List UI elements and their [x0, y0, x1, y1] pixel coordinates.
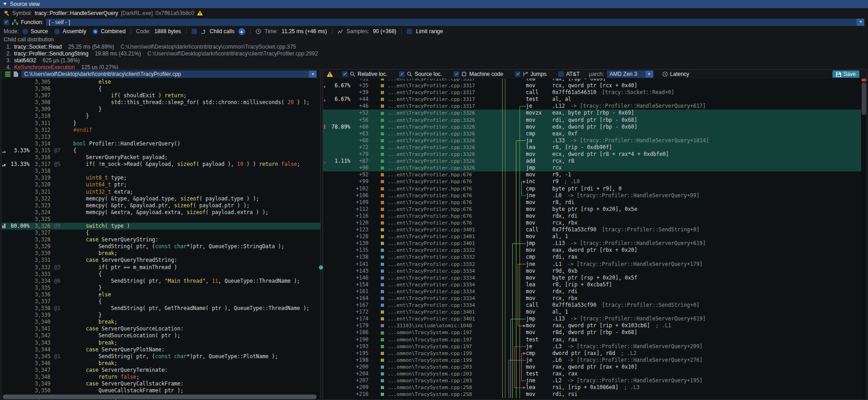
asm-row[interactable]: +146...ent\TracyProfiler.cpp:3334movbyte…: [323, 275, 861, 281]
chevron-down-icon[interactable]: [857, 19, 864, 26]
option-machine-code[interactable]: Machine code: [454, 71, 503, 77]
asm-row[interactable]: 1.11%+87...ent\TracyProfiler.cpp:3326add…: [323, 158, 861, 165]
source-line[interactable]: 3,348 return false;: [1, 374, 320, 380]
asm-row[interactable]: +174...ent\TracyProfiler.cpp:3401jmp.L13…: [323, 315, 861, 322]
asm-row[interactable]: 78.89%+60...ent\TracyProfiler.cpp:3326mo…: [323, 124, 861, 130]
source-line[interactable]: 3,305 else: [1, 79, 320, 85]
asm-row[interactable]: +209...ommon\TracySystem.cpp:258learsi, …: [323, 384, 861, 391]
source-line[interactable]: 3,332@3 if( ptr == m_mainThread ): [1, 264, 320, 271]
source-line[interactable]: 3,343 break;: [1, 340, 320, 346]
option-source-loc[interactable]: Source loc.: [399, 71, 442, 77]
source-line[interactable]: 3,340 break;: [1, 319, 320, 325]
source-line[interactable]: 3,329 SendString( ptr, (const char*)ptr,…: [1, 243, 320, 250]
child-calls-direction-button[interactable]: [238, 28, 245, 35]
asm-row[interactable]: +172...ent\TracyProfiler.cpp:3401moval, …: [323, 309, 861, 315]
source-line[interactable]: 3,320 uint64_t ptr;: [1, 181, 320, 188]
asm-row[interactable]: +99...ent\TracyProfiler.hpp:676incr9; .L…: [323, 178, 861, 185]
asm-vscrollbar[interactable]: [861, 79, 867, 400]
chevron-down-icon[interactable]: [309, 70, 317, 78]
source-line[interactable]: 3,313: [1, 134, 320, 140]
checkbox-source-loc[interactable]: [399, 71, 404, 77]
asm-row[interactable]: +198...ommon\TracySystem.cpp:199je.L6-> …: [323, 357, 861, 364]
source-line[interactable]: 3,344 case ServerQueryPlotName:: [1, 346, 320, 353]
asm-row[interactable]: +106...ent\TracyProfiler.hpp:676jne.L0->…: [323, 192, 861, 199]
asm-row[interactable]: +141...ent\TracyProfiler.cpp:3332jne.L1-…: [323, 261, 861, 268]
asm-row[interactable]: +164...ent\TracyProfiler.cpp:3334movrcx,…: [323, 295, 861, 302]
child-call-item[interactable]: 3.stat64i32625 μs (1.36%): [1, 57, 867, 64]
file-combo[interactable]: C:\Users\wolf\Desktop\darkrl\contrib\tra…: [21, 70, 317, 78]
asm-row[interactable]: +195...ommon\TracySystem.cpp:199cmpdword…: [323, 350, 861, 357]
asm-row[interactable]: +112...ent\TracyProfiler.hpp:676movbyte …: [323, 206, 861, 213]
asm-row[interactable]: +128...ent\TracyProfiler.cpp:3401moval, …: [323, 233, 861, 240]
source-line[interactable]: 3,345@1 SendString( ptr, (const char*)pt…: [1, 353, 320, 360]
save-button[interactable]: Save: [833, 70, 859, 78]
asm-row[interactable]: +120...ent\TracyProfiler.hpp:676movrcx, …: [323, 220, 861, 226]
source-line[interactable]: 3,325: [1, 216, 320, 223]
source-line[interactable]: 3,334@6 SendString( ptr, "Main thread", …: [1, 278, 320, 285]
asm-row[interactable]: 6.67%+44...ent\TracyProfiler.cpp:3317tes…: [323, 96, 861, 103]
asm-row[interactable]: +161...ent\TracyProfiler.cpp:3334movrdx,…: [323, 288, 861, 295]
source-line[interactable]: 3,327 {: [1, 230, 320, 236]
source-line[interactable]: 3,346 break;: [1, 360, 320, 367]
source-line[interactable]: 3,331 case ServerQueryThreadString:: [1, 257, 320, 264]
checkbox-jumps[interactable]: [515, 71, 520, 77]
source-line[interactable]: 3,316 ServerQueryPacket payload;: [1, 154, 320, 161]
source-line[interactable]: 3,342 SendSourceLocation( ptr );: [1, 332, 320, 339]
option-at-t[interactable]: AT&T: [558, 71, 580, 77]
asm-row[interactable]: +200...ommon\TracySystem.cpp:203movrax, …: [323, 364, 861, 370]
child-call-item[interactable]: 4.KeSynchronizeExecution125 μs (0.27%): [1, 64, 867, 69]
source-line[interactable]: 3.33%3,315@7{: [1, 147, 320, 154]
source-line[interactable]: 3,349 case ServerQueryCallstackFrame:: [1, 380, 320, 387]
source-line[interactable]: 3,307 if( shouldExit ) return;: [1, 92, 320, 99]
asm-row[interactable]: +204...ommon\TracySystem.cpp:203testrax,…: [323, 370, 861, 377]
mode-radio-assembly[interactable]: Assembly: [54, 28, 86, 35]
asm-row[interactable]: +135...ent\TracyProfiler.cpp:3332moveax,…: [323, 247, 861, 254]
checkbox-at-t[interactable]: [558, 71, 564, 77]
source-line[interactable]: 3,330 break;: [1, 250, 320, 257]
mode-radio-combined[interactable]: Combined: [92, 28, 126, 35]
source-line[interactable]: 3,322 memcpy( &type, &payload.type, size…: [1, 195, 320, 202]
child-calls-checkbox[interactable]: [192, 29, 197, 34]
asm-row[interactable]: +66...ent\TracyProfiler.cpp:3326ja.L33->…: [323, 137, 861, 144]
source-line[interactable]: 3,324 memcpy( &extra, &payload.extra, si…: [1, 209, 320, 216]
mode-radio-source[interactable]: Source: [22, 28, 48, 35]
vscroll-thumb[interactable]: [862, 82, 866, 115]
source-line[interactable]: 3,308 std::this_thread::sleep_for( std::…: [1, 99, 320, 106]
source-line[interactable]: 13.33%3,317@5 if( !m_sock->Read( &payloa…: [1, 161, 320, 168]
asm-row[interactable]: +138...ent\TracyProfiler.cpp:3332cmprdi,…: [323, 254, 861, 260]
source-line[interactable]: 3,311}: [1, 120, 320, 127]
asm-row[interactable]: +154...ent\TracyProfiler.cpp:3334lear8, …: [323, 281, 861, 288]
asm-row[interactable]: +46...ent\TracyProfiler.cpp:3317je.L12->…: [323, 103, 861, 110]
source-line[interactable]: 3,323 memcpy( &ptr, &payload.ptr, sizeof…: [1, 202, 320, 209]
asm-row[interactable]: +179...31103\include\atomic:1048movrax, …: [323, 322, 861, 329]
source-line[interactable]: 3,341 case ServerQuerySourceLocation:: [1, 325, 320, 332]
source-line[interactable]: 3,309 }: [1, 106, 320, 113]
limit-range-checkbox[interactable]: [407, 29, 412, 34]
asm-row[interactable]: +31...ent\TracyProfiler.cpp:3317learax, …: [323, 79, 861, 82]
chevron-down-icon[interactable]: [646, 70, 653, 78]
child-call-item[interactable]: 1.tracy::Socket::Read25.25 ms (54.89%)C:…: [1, 43, 867, 50]
asm-row[interactable]: +102...ent\TracyProfiler.hpp:676cmpbyte …: [323, 185, 861, 192]
asm-row[interactable]: +190...ommon\TracySystem.cpp:197testrax,…: [323, 336, 861, 343]
uarch-combo[interactable]: AMD Zen 3: [607, 70, 653, 78]
asm-row[interactable]: +39...ent\TracyProfiler.cpp:3317call0x7f…: [323, 89, 861, 96]
source-line[interactable]: 3,335 }: [1, 285, 320, 291]
splitter-grip[interactable]: [319, 265, 323, 270]
asm-row[interactable]: +207...ommon\TracySystem.cpp:203jne.L2->…: [323, 377, 861, 384]
file-icon[interactable]: [14, 71, 18, 77]
asm-row[interactable]: +216...ommon\TracySystem.cpp:258movrdi, …: [323, 391, 861, 398]
source-line[interactable]: 3,319 uint8_t type;: [1, 175, 320, 181]
source-files-icon[interactable]: [5, 71, 10, 77]
asm-row[interactable]: +52...ent\TracyProfiler.cpp:3326movzxeax…: [323, 110, 861, 116]
source-line[interactable]: 3,310 }: [1, 113, 320, 120]
asm-row[interactable]: +167...ent\TracyProfiler.cpp:3334call0x7…: [323, 302, 861, 309]
source-line[interactable]: 3,333 {: [1, 271, 320, 278]
asm-row[interactable]: +92...ent\TracyProfiler.hpp:676movr9, -1: [323, 171, 861, 178]
source-line[interactable]: 3,306 {: [1, 85, 320, 92]
asm-row[interactable]: +130...ent\TracyProfiler.cpp:3401jmp.L13…: [323, 240, 861, 247]
collapse-icon[interactable]: [3, 3, 7, 5]
asm-row[interactable]: +143...ent\TracyProfiler.cpp:3334movr9d,…: [323, 268, 861, 275]
option-relative-loc[interactable]: Relative loc.: [342, 71, 387, 77]
asm-row[interactable]: +79...ent\TracyProfiler.cpp:3326movecx, …: [323, 151, 861, 158]
source-line[interactable]: 3,312#endif: [1, 127, 320, 134]
